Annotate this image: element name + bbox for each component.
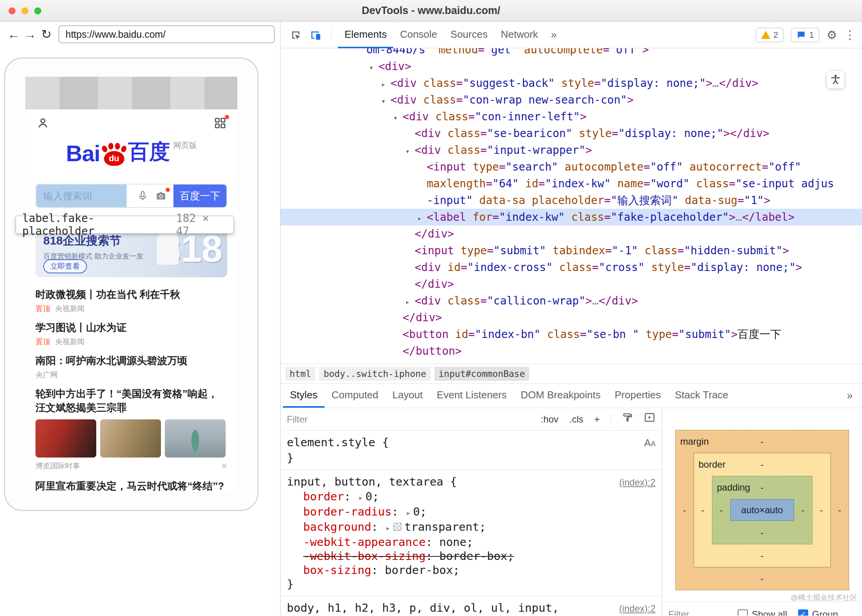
styles-tab-dom-breakpoints[interactable]: DOM Breakpoints bbox=[514, 384, 608, 408]
dom-tree-line[interactable]: ▾<div> bbox=[281, 58, 862, 75]
expand-arrow-icon[interactable]: ▸ bbox=[381, 76, 390, 93]
new-style-rule-icon[interactable]: + bbox=[594, 412, 600, 426]
styles-tab-properties[interactable]: Properties bbox=[608, 384, 668, 408]
border-left-value[interactable]: - bbox=[701, 505, 705, 516]
reload-icon[interactable]: ↻ bbox=[38, 27, 55, 42]
news-title-link[interactable]: 学习图说丨山水为证 bbox=[35, 320, 227, 334]
styles-tab-event-listeners[interactable]: Event Listeners bbox=[430, 384, 514, 408]
devtools-tab-elements[interactable]: Elements bbox=[338, 22, 393, 48]
padding-top-value[interactable]: - bbox=[761, 482, 764, 493]
expand-arrow-icon[interactable]: ▾ bbox=[381, 93, 390, 109]
dom-tree-line[interactable]: ▾<div class="input-wrapper"> bbox=[281, 142, 862, 158]
more-tabs-icon[interactable]: » bbox=[547, 29, 561, 41]
dom-tree-line[interactable]: <div class="se-bearicon" style="display:… bbox=[281, 125, 862, 142]
dom-tree-line[interactable]: ▸<label for="index-kw" class="fake-place… bbox=[281, 209, 862, 225]
show-all-checkbox[interactable] bbox=[738, 609, 748, 616]
dom-tree-line[interactable]: <input type="submit" tabindex="-1" class… bbox=[281, 242, 862, 259]
news-title-link[interactable]: 轮到中方出手了！“美国没有资格”响起，汪文斌怒揭美三宗罪 bbox=[35, 387, 227, 415]
border-right-value[interactable]: - bbox=[820, 505, 823, 516]
gear-icon[interactable]: ⚙ bbox=[827, 28, 837, 42]
css-property[interactable]: -webkit-appearance: none; bbox=[287, 535, 655, 549]
zoom-window-button[interactable] bbox=[34, 7, 41, 14]
close-window-button[interactable] bbox=[9, 7, 16, 14]
css-property[interactable]: -webkit-box-sizing: border-box; bbox=[287, 549, 655, 563]
more-sidebar-tabs-icon[interactable]: » bbox=[847, 390, 860, 402]
user-profile-icon[interactable] bbox=[36, 116, 49, 131]
dom-tree-line[interactable]: om-844b/s" method="get" autocomplete="of… bbox=[281, 48, 862, 58]
font-editor-icon[interactable]: AA bbox=[644, 435, 655, 451]
apps-grid-icon[interactable] bbox=[214, 117, 226, 131]
expand-longhand-icon[interactable]: ▸ bbox=[386, 523, 390, 533]
news-photo-statue[interactable] bbox=[165, 419, 226, 458]
box-model-padding[interactable]: padding - - auto×auto - bbox=[712, 476, 813, 544]
minimize-window-button[interactable] bbox=[21, 7, 28, 14]
news-title-link[interactable]: 阿里宣布重要决定，马云时代或将“终结”? bbox=[35, 479, 227, 492]
dom-tree-line[interactable]: <input type="search" autocomplete="off" … bbox=[281, 158, 862, 175]
selector-text[interactable]: body, h1, h2, h3, p, div, ol, ul, input, bbox=[287, 601, 559, 615]
styles-tab-styles[interactable]: Styles bbox=[283, 384, 325, 408]
news-photo-crowd[interactable] bbox=[100, 419, 161, 458]
computed-filter-input[interactable]: Filter bbox=[668, 609, 734, 616]
dom-tree-line[interactable]: <div id="index-cross" class="cross" styl… bbox=[281, 259, 862, 276]
box-model-margin[interactable]: margin - - border - - bbox=[675, 430, 849, 590]
border-bottom-value[interactable]: - bbox=[761, 550, 764, 561]
back-icon[interactable]: ← bbox=[5, 27, 22, 42]
expand-arrow-icon[interactable]: ▾ bbox=[405, 143, 415, 160]
padding-right-value[interactable]: - bbox=[802, 505, 805, 516]
dom-tree-line[interactable]: </div> bbox=[281, 309, 862, 326]
forward-icon[interactable]: → bbox=[22, 27, 38, 42]
expand-longhand-icon[interactable]: ▸ bbox=[406, 508, 411, 517]
color-swatch-icon[interactable] bbox=[394, 523, 401, 531]
margin-left-value[interactable]: - bbox=[683, 505, 686, 516]
dom-tree-line[interactable]: -input" data-sa placeholder="输入搜索词" data… bbox=[281, 192, 862, 209]
warnings-badge[interactable]: 2 bbox=[756, 28, 784, 42]
devtools-tab-sources[interactable]: Sources bbox=[444, 22, 494, 48]
toggle-class-button[interactable]: .cls bbox=[569, 412, 583, 426]
more-options-icon[interactable]: ⋮ bbox=[844, 28, 856, 42]
dom-tree-line[interactable]: <button id="index-bn" class="se-bn " typ… bbox=[281, 326, 862, 343]
expand-arrow-icon[interactable]: ▸ bbox=[405, 294, 415, 310]
border-top-value[interactable]: - bbox=[761, 459, 764, 470]
banner-cta-button[interactable]: 立即查看 bbox=[43, 259, 87, 273]
css-property[interactable]: box-sizing: border-box; bbox=[287, 563, 655, 577]
element-style-selector[interactable]: element.style { bbox=[287, 435, 389, 449]
css-property[interactable]: border-radius: ▸0; bbox=[287, 505, 655, 520]
address-bar[interactable]: https://www.baidu.com/ bbox=[58, 25, 275, 43]
breadcrumb-item[interactable]: html bbox=[285, 367, 315, 381]
stylesheet-source-link[interactable]: (index):2 bbox=[619, 602, 655, 616]
toggle-hover-state-button[interactable]: :hov bbox=[541, 412, 558, 426]
margin-bottom-value[interactable]: - bbox=[761, 573, 764, 584]
news-title-link[interactable]: 南阳：呵护南水北调源头碧波万顷 bbox=[35, 354, 227, 368]
breadcrumb-item[interactable]: input#commonBase bbox=[435, 367, 530, 381]
margin-right-value[interactable]: - bbox=[838, 505, 841, 516]
styles-filter-input[interactable]: Filter bbox=[287, 412, 530, 426]
devtools-tab-network[interactable]: Network bbox=[494, 22, 544, 48]
styles-tab-computed[interactable]: Computed bbox=[325, 384, 385, 408]
news-title-link[interactable]: 时政微视频丨功在当代 利在千秋 bbox=[35, 287, 227, 301]
expand-arrow-icon[interactable]: ▾ bbox=[369, 59, 378, 76]
margin-top-value[interactable]: - bbox=[761, 436, 764, 447]
dom-tree-line[interactable]: ▾<div class="con-wrap new-search-con"> bbox=[281, 92, 862, 108]
computed-panel-toggle-icon[interactable] bbox=[644, 412, 655, 427]
css-property[interactable]: border: ▸0; bbox=[287, 489, 655, 505]
news-photo-flag[interactable] bbox=[35, 419, 96, 458]
dom-tree-line[interactable]: ▸<div class="callicon-wrap">…</div> bbox=[281, 292, 862, 309]
expand-arrow-icon[interactable]: ▾ bbox=[393, 109, 403, 126]
styles-tab-stack-trace[interactable]: Stack Trace bbox=[668, 384, 735, 408]
group-checkbox[interactable]: ✓ bbox=[798, 609, 808, 616]
microphone-icon[interactable] bbox=[137, 190, 148, 202]
accessibility-button[interactable] bbox=[826, 70, 845, 89]
stylesheet-source-link[interactable]: (index):2 bbox=[619, 475, 655, 489]
paint-roller-icon[interactable] bbox=[622, 412, 633, 427]
styles-tab-layout[interactable]: Layout bbox=[385, 384, 430, 408]
dom-tree-line[interactable]: ▸<div class="suggest-back" style="displa… bbox=[281, 75, 862, 92]
padding-left-value[interactable]: - bbox=[720, 505, 723, 516]
expand-longhand-icon[interactable]: ▸ bbox=[359, 493, 363, 502]
breadcrumb-item[interactable]: body..switch-iphone bbox=[319, 367, 430, 381]
device-toolbar-icon[interactable] bbox=[307, 26, 325, 44]
close-icon[interactable]: × bbox=[221, 460, 227, 472]
css-property[interactable]: background: ▸transparent; bbox=[287, 520, 655, 535]
box-model-content[interactable]: auto×auto bbox=[730, 499, 794, 521]
devtools-tab-console[interactable]: Console bbox=[393, 22, 443, 48]
issues-badge[interactable]: 1 bbox=[791, 28, 820, 42]
